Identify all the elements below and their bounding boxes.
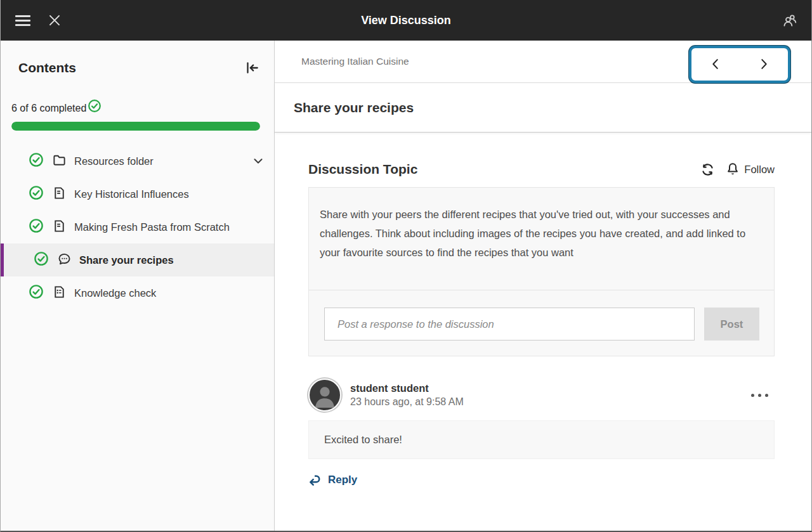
window-title: View Discussion: [1, 14, 811, 27]
avatar: [308, 379, 341, 412]
collapse-panel-icon: [244, 60, 260, 76]
sidebar-item-label: Resources folder: [74, 155, 154, 167]
sidebar-item-label: Key Historical Influences: [74, 188, 189, 200]
document-check-icon: [52, 285, 67, 302]
document-icon: [52, 219, 67, 236]
post-author: student student: [350, 382, 464, 394]
chevron-down-icon[interactable]: [251, 154, 265, 168]
post-response-row: Post: [309, 290, 774, 356]
sidebar-item-making-fresh-pasta[interactable]: Making Fresh Pasta from Scratch: [1, 211, 274, 243]
collapse-panel-button[interactable]: [242, 58, 261, 77]
response-input[interactable]: [324, 308, 695, 341]
progress-bar-fill: [11, 122, 260, 131]
chevron-right-icon: [757, 57, 771, 71]
app-window: View Discussion Contents: [0, 0, 812, 532]
follow-label: Follow: [744, 164, 775, 176]
top-bar: View Discussion: [1, 0, 811, 41]
progress-label-row: 6 of 6 completed: [11, 101, 260, 115]
post-body: Excited to share!: [324, 434, 402, 446]
discussion-post: student student 23 hours ago, at 9:58 AM…: [308, 379, 775, 490]
post-meta: student student 23 hours ago, at 9:58 AM: [350, 382, 464, 408]
post-header: student student 23 hours ago, at 9:58 AM: [308, 379, 775, 412]
post-options-button[interactable]: [745, 387, 775, 403]
close-icon: [46, 12, 63, 29]
refresh-button[interactable]: [698, 160, 716, 178]
completed-check-icon: [29, 284, 44, 302]
contents-list: Resources folder Key Historical Influenc…: [1, 145, 274, 309]
breadcrumb: Mastering Italian Cuisine: [301, 56, 409, 67]
progress-block: 6 of 6 completed: [1, 84, 274, 138]
folder-icon: [52, 153, 67, 170]
previous-item-button[interactable]: [691, 48, 740, 81]
sidebar-item-label: Making Fresh Pasta from Scratch: [74, 221, 230, 233]
chevron-left-icon: [709, 57, 723, 71]
next-item-button[interactable]: [740, 48, 788, 81]
completed-check-icon: [29, 185, 44, 203]
progress-complete-icon: [88, 99, 102, 115]
sidebar-title: Contents: [18, 60, 76, 75]
sidebar-item-knowledge-check[interactable]: Knowledge check: [1, 276, 274, 309]
sidebar-item-label: Share your recipes: [79, 254, 174, 266]
sidebar-item-resources-folder[interactable]: Resources folder: [1, 145, 274, 178]
reply-button[interactable]: Reply: [308, 472, 357, 487]
discussion-topic-heading: Discussion Topic: [308, 162, 417, 177]
sidebar-header: Contents: [1, 41, 274, 84]
follow-button[interactable]: Follow: [725, 162, 775, 177]
reply-label: Reply: [328, 474, 357, 486]
content-row: Contents 6 of 6 completed: [1, 41, 811, 531]
sidebar-item-key-historical-influences[interactable]: Key Historical Influences: [1, 178, 274, 211]
post-body-box: Excited to share!: [308, 420, 775, 459]
discussion-description: Share with your peers the different reci…: [309, 188, 772, 290]
participants-button[interactable]: [778, 10, 800, 31]
menu-button[interactable]: [12, 10, 34, 31]
page-title: Share your recipes: [294, 100, 414, 115]
document-icon: [52, 186, 67, 203]
progress-label: 6 of 6 completed: [11, 103, 86, 114]
main-panel: Mastering Italian Cuisine Share your rec…: [275, 41, 811, 531]
progress-bar: [11, 122, 260, 131]
completed-check-icon: [29, 218, 44, 236]
discussion-area: Discussion Topic: [275, 133, 811, 531]
contents-sidebar: Contents 6 of 6 completed: [1, 41, 275, 531]
completed-check-icon: [29, 152, 44, 170]
discussion-topic-box: Share with your peers the different reci…: [308, 187, 775, 356]
people-icon: [781, 12, 797, 29]
person-silhouette-icon: [310, 380, 340, 410]
post-button[interactable]: Post: [704, 308, 759, 341]
page-title-row: Share your recipes: [275, 83, 811, 133]
hamburger-icon: [15, 15, 30, 26]
post-timestamp: 23 hours ago, at 9:58 AM: [350, 396, 464, 408]
breadcrumb-row: Mastering Italian Cuisine: [275, 41, 811, 83]
completed-check-icon: [34, 251, 49, 269]
sidebar-item-share-your-recipes[interactable]: Share your recipes: [1, 243, 274, 276]
bell-icon: [725, 162, 740, 177]
ellipsis-icon: [751, 394, 754, 397]
sidebar-item-label: Knowledge check: [74, 287, 156, 299]
discussion-header: Discussion Topic: [308, 160, 775, 178]
close-button[interactable]: [44, 10, 65, 31]
prev-next-navigation: [689, 46, 790, 83]
discussion-actions: Follow: [698, 160, 775, 178]
reply-icon: [308, 472, 323, 487]
discussion-icon: [57, 252, 72, 269]
refresh-icon: [700, 162, 716, 178]
